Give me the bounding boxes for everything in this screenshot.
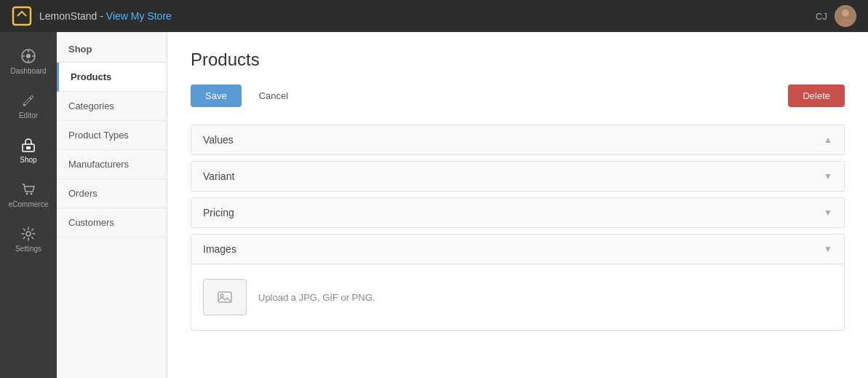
- save-button[interactable]: Save: [191, 84, 242, 107]
- accordion-variant: Variant ▼: [191, 161, 845, 192]
- accordion-label-variant: Variant: [203, 170, 234, 182]
- topbar-brand: LemonStand - View My Store: [39, 10, 172, 22]
- upload-text: Upload a JPG, GIF or PNG.: [258, 292, 375, 303]
- svg-line-10: [30, 98, 31, 99]
- sidebar-item-ecommerce[interactable]: eCommerce: [0, 173, 57, 217]
- editor-icon: [20, 92, 36, 109]
- editor-label: Editor: [19, 111, 38, 119]
- sidebar-item-dashboard[interactable]: Dashboard: [0, 39, 57, 84]
- user-initials: CJ: [816, 11, 827, 22]
- svg-point-2: [842, 9, 849, 17]
- svg-point-13: [26, 193, 28, 195]
- nav-item-manufacturers[interactable]: Manufacturers: [57, 150, 167, 179]
- svg-rect-12: [26, 146, 31, 149]
- accordion-header-variant[interactable]: Variant ▼: [191, 162, 844, 191]
- accordion-pricing: Pricing ▼: [191, 197, 845, 228]
- sidebar-item-editor[interactable]: Editor: [0, 84, 57, 128]
- svg-point-3: [839, 18, 852, 27]
- cancel-button[interactable]: Cancel: [250, 84, 297, 107]
- ecommerce-label: eCommerce: [9, 200, 48, 208]
- svg-point-14: [31, 193, 33, 195]
- topbar-right: CJ: [816, 5, 856, 27]
- accordion-header-values[interactable]: Values ▲: [191, 125, 844, 154]
- nav-item-categories[interactable]: Categories: [57, 92, 167, 121]
- accordion-label-pricing: Pricing: [203, 207, 234, 218]
- accordion-header-pricing[interactable]: Pricing ▼: [191, 198, 844, 227]
- settings-icon: [20, 226, 36, 242]
- accordion-label-values: Values: [203, 134, 234, 146]
- shop-label: Shop: [20, 156, 36, 164]
- dashboard-label: Dashboard: [11, 67, 47, 75]
- main-layout: Dashboard Editor Shop eCom: [0, 32, 868, 378]
- sidebar-item-shop[interactable]: Shop: [0, 128, 57, 173]
- avatar[interactable]: [835, 5, 856, 27]
- nav-sidebar: Shop Products Categories Product Types M…: [57, 32, 167, 378]
- nav-item-product-types[interactable]: Product Types: [57, 121, 167, 150]
- logo-icon: [12, 6, 32, 26]
- accordion-images: Images ▼ Upload a JPG, GIF or PNG.: [191, 234, 845, 331]
- upload-area: Upload a JPG, GIF or PNG.: [191, 264, 844, 330]
- view-store-link[interactable]: View My Store: [106, 10, 172, 22]
- nav-item-products[interactable]: Products: [57, 63, 167, 92]
- nav-section-header: Shop: [57, 32, 167, 63]
- delete-button[interactable]: Delete: [788, 84, 845, 107]
- icon-sidebar: Dashboard Editor Shop eCom: [0, 32, 57, 378]
- accordion-arrow-variant: ▼: [824, 171, 832, 181]
- shop-icon: [20, 137, 36, 153]
- avatar-image: [835, 5, 856, 27]
- accordion-values: Values ▲: [191, 125, 845, 155]
- svg-point-15: [26, 232, 31, 236]
- svg-rect-0: [13, 7, 31, 25]
- dashboard-icon: [20, 48, 36, 64]
- topbar: LemonStand - View My Store CJ: [0, 0, 868, 32]
- settings-label: Settings: [15, 245, 41, 253]
- nav-item-orders[interactable]: Orders: [57, 179, 167, 208]
- image-icon: [217, 289, 233, 305]
- topbar-left: LemonStand - View My Store: [12, 6, 172, 26]
- toolbar: Save Cancel Delete: [191, 84, 845, 107]
- upload-button[interactable]: [203, 279, 247, 315]
- svg-point-5: [26, 54, 31, 58]
- ecommerce-icon: [20, 181, 36, 197]
- accordion-header-images[interactable]: Images ▼: [191, 235, 844, 264]
- accordion-arrow-pricing: ▼: [824, 208, 832, 218]
- accordion-arrow-images: ▼: [824, 244, 832, 254]
- page-title: Products: [191, 50, 845, 70]
- sidebar-item-settings[interactable]: Settings: [0, 217, 57, 261]
- accordion-label-images: Images: [203, 243, 236, 255]
- accordion-arrow-values: ▲: [824, 135, 832, 145]
- nav-item-customers[interactable]: Customers: [57, 208, 167, 237]
- content-area: Products Save Cancel Delete Values ▲ Var…: [167, 32, 868, 378]
